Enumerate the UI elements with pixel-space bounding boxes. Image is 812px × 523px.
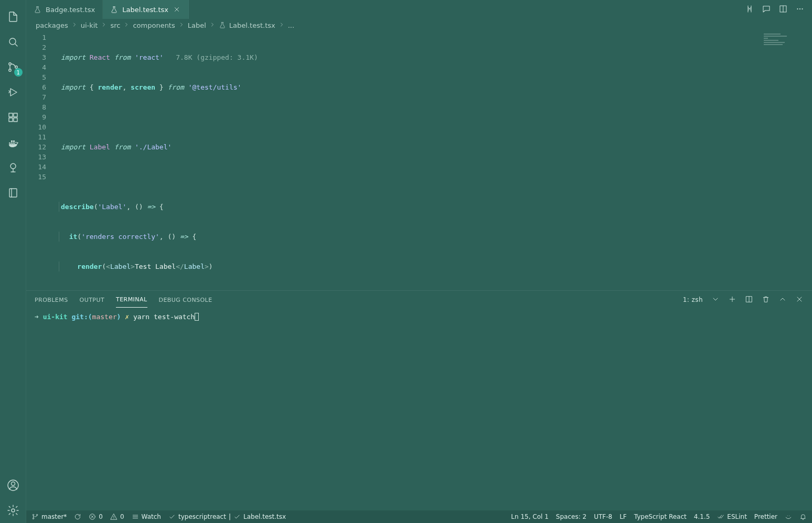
encoding[interactable]: UTF-8 (594, 513, 612, 520)
svg-point-14 (797, 8, 798, 9)
extensions-icon[interactable] (1, 105, 26, 130)
eslint-status[interactable]: ESLint (717, 513, 747, 520)
svg-point-16 (802, 8, 803, 9)
cursor-position[interactable]: Ln 15, Col 1 (511, 513, 549, 520)
check-icon (233, 513, 241, 520)
indentation[interactable]: Spaces: 2 (556, 513, 586, 520)
beaker-icon (219, 21, 226, 29)
lang-status[interactable]: typescriptreact | Label.test.tsx (168, 513, 286, 520)
language-mode[interactable]: TypeScript React (634, 513, 687, 520)
kill-terminal-icon[interactable] (762, 295, 770, 305)
svg-rect-4 (9, 113, 13, 117)
tab-label-test[interactable]: Label.test.tsx (103, 0, 189, 19)
svg-point-15 (799, 8, 800, 9)
tab-problems[interactable]: PROBLEMS (35, 292, 68, 308)
panel-tabs: PROBLEMS OUTPUT TERMINAL DEBUG CONSOLE 1… (26, 291, 812, 309)
svg-rect-7 (14, 118, 17, 122)
docker-icon[interactable] (1, 130, 26, 155)
beaker-icon (34, 6, 41, 14)
tab-label: Badge.test.tsx (46, 6, 95, 14)
split-editor-icon[interactable] (778, 4, 788, 15)
chevron-right-icon (101, 21, 107, 29)
crumb[interactable]: ... (288, 21, 294, 29)
crumb[interactable]: Label.test.tsx (229, 21, 275, 29)
compare-icon[interactable] (745, 4, 754, 15)
git-branch[interactable]: master* (31, 513, 67, 520)
editor-tabs: Badge.test.tsx Label.test.tsx (26, 0, 812, 19)
close-icon[interactable] (173, 5, 181, 14)
check-icon (168, 513, 176, 520)
chevron-right-icon (71, 21, 78, 29)
svg-point-12 (12, 509, 15, 512)
chevron-right-icon (123, 21, 130, 29)
watch-button[interactable]: Watch (132, 513, 161, 520)
size-hint: 7.8K (gzipped: 3.1K) (176, 53, 258, 61)
minimap[interactable] (764, 34, 806, 48)
list-icon (132, 513, 139, 520)
breadcrumb: packages ui-kit src components Label Lab… (26, 19, 812, 31)
chevron-right-icon (178, 21, 185, 29)
tab-label: Label.test.tsx (122, 6, 168, 14)
crumb[interactable]: packages (36, 21, 68, 29)
ts-version[interactable]: 4.1.5 (694, 513, 710, 520)
crumb[interactable]: Label (188, 21, 206, 29)
editor[interactable]: 123456789101112131415 import React from … (26, 31, 812, 290)
main-area: Badge.test.tsx Label.test.tsx packages u… (26, 0, 812, 523)
split-terminal-icon[interactable] (745, 295, 753, 305)
chevron-right-icon (209, 21, 216, 29)
beaker-icon (110, 6, 118, 14)
tree-icon[interactable] (1, 155, 26, 180)
panel: PROBLEMS OUTPUT TERMINAL DEBUG CONSOLE 1… (26, 290, 812, 510)
tab-terminal[interactable]: TERMINAL (116, 292, 147, 308)
svg-point-8 (10, 164, 16, 169)
search-icon[interactable] (1, 29, 26, 55)
bell-icon[interactable] (799, 513, 807, 520)
crumb[interactable]: ui-kit (81, 21, 98, 29)
terminal-select[interactable]: 1: zsh (683, 296, 703, 303)
status-bar: master* 0 0 Watch typescriptreact | Labe… (26, 510, 812, 523)
accounts-icon[interactable] (1, 473, 26, 498)
terminal-cursor (195, 313, 199, 321)
chevron-down-icon[interactable] (711, 295, 720, 305)
source-control-icon[interactable]: 1 (1, 55, 26, 80)
branch-icon (31, 513, 39, 520)
activity-bar: 1 (0, 0, 26, 523)
code-content[interactable]: import React from 'react' 7.8K (gzipped:… (56, 31, 812, 290)
sync-button[interactable] (74, 513, 81, 520)
crumb[interactable]: src (110, 21, 120, 29)
feedback-icon[interactable] (785, 513, 792, 520)
tab-output[interactable]: OUTPUT (80, 292, 104, 308)
tab-debug-console[interactable]: DEBUG CONSOLE (159, 292, 212, 308)
prettier-status[interactable]: Prettier (754, 513, 777, 520)
warnings-count[interactable]: 0 (110, 513, 124, 520)
svg-point-10 (11, 482, 15, 486)
eol[interactable]: LF (619, 513, 627, 520)
explorer-icon[interactable] (1, 4, 26, 29)
close-panel-icon[interactable] (795, 295, 804, 305)
settings-gear-icon[interactable] (1, 498, 26, 523)
project-icon[interactable] (1, 180, 26, 205)
svg-rect-5 (14, 113, 17, 117)
chevron-right-icon (279, 21, 285, 29)
warning-icon (110, 513, 117, 520)
scm-badge: 1 (14, 68, 23, 77)
chevron-up-icon[interactable] (778, 295, 787, 305)
crumb[interactable]: components (133, 21, 175, 29)
run-debug-icon[interactable] (1, 80, 26, 105)
tab-actions (745, 0, 812, 19)
more-icon[interactable] (795, 4, 805, 15)
error-icon (89, 513, 96, 520)
terminal[interactable]: ➜ ui-kit git:(master) ✗ yarn test-watch (26, 309, 812, 510)
svg-rect-9 (9, 189, 17, 197)
svg-point-0 (9, 38, 16, 45)
chat-icon[interactable] (762, 4, 771, 15)
new-terminal-icon[interactable] (728, 295, 736, 305)
svg-rect-6 (9, 118, 13, 122)
sync-icon (74, 513, 81, 520)
tab-badge-test[interactable]: Badge.test.tsx (26, 0, 103, 19)
errors-count[interactable]: 0 (89, 513, 103, 520)
line-numbers: 123456789101112131415 (26, 31, 56, 290)
double-check-icon (717, 513, 724, 520)
